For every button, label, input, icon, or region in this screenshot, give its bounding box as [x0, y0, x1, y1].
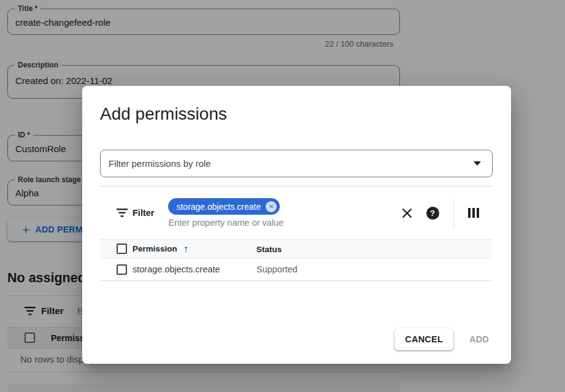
- filter-icon: [117, 209, 128, 217]
- table-row[interactable]: storage.objects.create Supported: [100, 258, 493, 281]
- divider: [453, 198, 454, 228]
- permissions-table: Permission ↑ Status storage.objects.crea…: [100, 239, 493, 281]
- filter-value-input[interactable]: [168, 218, 371, 228]
- columns-icon: [468, 208, 480, 218]
- select-all-checkbox[interactable]: [117, 244, 127, 254]
- permissions-table-header: Permission ↑ Status: [100, 239, 493, 258]
- filter-chip-label: storage.objects.create: [176, 202, 261, 212]
- create-role-page: Title * create-changefeed-role 22 / 100 …: [0, 0, 565, 392]
- dialog-title: Add permissions: [100, 104, 227, 124]
- dialog-filter-toolbar: Filter storage.objects.create ✕ ?: [100, 186, 493, 239]
- add-permissions-dialog: Add permissions Filter permissions by ro…: [82, 86, 511, 364]
- permission-column-header[interactable]: Permission ↑: [133, 244, 256, 254]
- help-icon: ?: [426, 207, 439, 220]
- help-button[interactable]: ?: [426, 207, 439, 220]
- sort-ascending-icon: ↑: [183, 244, 188, 254]
- status-cell: Supported: [256, 264, 298, 274]
- column-display-button[interactable]: [468, 208, 480, 218]
- filter-chip[interactable]: storage.objects.create ✕: [168, 198, 280, 215]
- add-button[interactable]: ADD: [469, 334, 489, 344]
- chip-remove-icon[interactable]: ✕: [266, 201, 277, 212]
- role-select-value: Filter permissions by role: [109, 158, 474, 169]
- filter-trigger[interactable]: Filter: [117, 208, 154, 218]
- cancel-button[interactable]: CANCEL: [394, 328, 453, 350]
- chevron-down-icon: [474, 161, 481, 166]
- dialog-actions: CANCEL ADD: [394, 328, 489, 350]
- close-icon: [402, 208, 412, 218]
- row-checkbox[interactable]: [117, 264, 127, 275]
- clear-filters-button[interactable]: [402, 208, 412, 218]
- filter-label: Filter: [133, 208, 154, 218]
- permission-cell: storage.objects.create: [133, 264, 220, 274]
- filter-permissions-by-role-select[interactable]: Filter permissions by role: [100, 150, 493, 177]
- status-column-header[interactable]: Status: [256, 244, 282, 255]
